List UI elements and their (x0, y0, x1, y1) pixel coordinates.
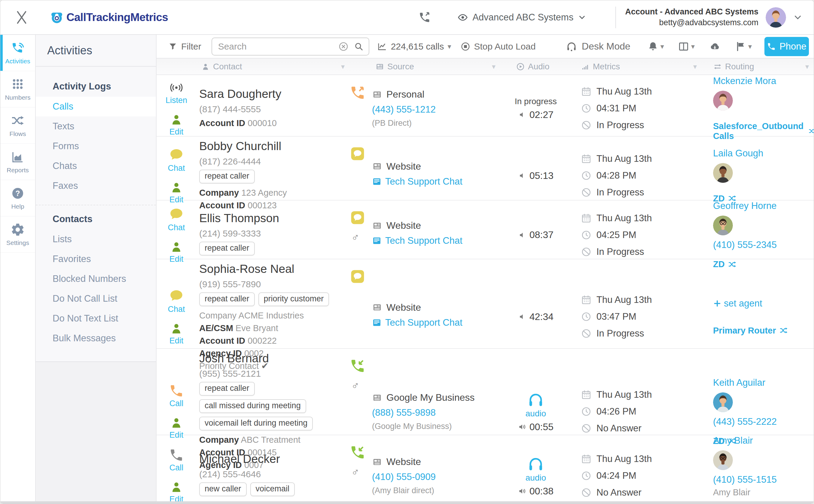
chat-bubble-icon (168, 206, 184, 222)
sidebar-item-lists[interactable]: Lists (36, 229, 156, 249)
nav-item-numbers[interactable]: Numbers (0, 71, 35, 107)
listen-action-button[interactable]: Listen (165, 80, 187, 105)
desk-mode-button[interactable]: Desk Mode (565, 41, 631, 53)
edit-contact-button[interactable]: Edit (169, 180, 183, 204)
agent-link[interactable]: Amy Blair (713, 435, 753, 446)
source-sub-label: (Google My Business) (372, 422, 495, 431)
nav-item-flows[interactable]: Flows (0, 107, 35, 144)
sidebar-item-bulk-messages[interactable]: Bulk Messages (36, 328, 156, 348)
agent-number-link[interactable]: (410) 555-2345 (713, 240, 777, 250)
contact-name[interactable]: Sophia-Rose Neal (199, 262, 344, 276)
contact-name[interactable]: Michael Decker (199, 452, 344, 466)
caret-down-icon: ▾ (447, 42, 451, 51)
app-logo[interactable]: CallTrackingMetrics (50, 10, 168, 25)
sidebar-item-chats[interactable]: Chats (36, 156, 156, 176)
source-number-link[interactable]: (888) 555-9898 (372, 407, 495, 418)
chat-action-button[interactable]: Chat (168, 147, 185, 173)
agent-link[interactable]: Laila Gough (713, 148, 763, 159)
flag-button[interactable]: ▾ (735, 41, 752, 52)
sidebar-item-texts[interactable]: Texts (36, 116, 156, 136)
filter-caret-icon[interactable]: ▾ (492, 62, 495, 71)
route-link[interactable]: ZD (713, 259, 737, 269)
edit-contact-button[interactable]: Edit (169, 240, 183, 264)
edit-contact-button[interactable]: Edit (169, 321, 183, 346)
close-icon[interactable] (14, 9, 30, 26)
user-menu-chevron-icon[interactable] (793, 12, 803, 23)
column-header-metrics[interactable]: Metrics ▾ (572, 62, 701, 71)
stop-auto-load-button[interactable]: Stop Auto Load (460, 41, 536, 52)
agent-link[interactable]: Geoffrey Horne (713, 201, 776, 211)
person-edit-icon (169, 112, 183, 127)
agent-avatar[interactable] (713, 450, 733, 470)
user-avatar[interactable] (766, 7, 786, 28)
source-number-link[interactable]: (410) 555-0909 (372, 472, 495, 482)
agent-avatar[interactable] (713, 91, 733, 110)
contact-name[interactable]: Sara Dougherty (199, 87, 344, 101)
filter-caret-icon[interactable]: ▾ (341, 62, 345, 71)
edit-contact-button[interactable]: Edit (169, 415, 183, 440)
calls-count-dropdown[interactable]: 224,615 calls ▾ (377, 41, 451, 52)
agent-avatar[interactable] (713, 163, 733, 183)
chat-action-button[interactable]: Chat (168, 206, 185, 232)
clear-search-icon[interactable] (338, 41, 349, 52)
source-name: Website (372, 456, 495, 467)
chat-action-button[interactable]: Chat (168, 288, 185, 314)
nav-item-help[interactable]: ? Help (0, 180, 35, 216)
export-button[interactable] (709, 41, 721, 52)
filter-caret-icon[interactable]: ▾ (805, 62, 809, 71)
source-chat-link[interactable]: Tech Support Chat (372, 176, 495, 187)
sidebar-item-favorites[interactable]: Favorites (36, 249, 156, 269)
sidebar-item-do-not-call-list[interactable]: Do Not Call List (36, 289, 156, 309)
agent-avatar[interactable] (713, 392, 733, 412)
sidebar-item-blocked-numbers[interactable]: Blocked Numbers (36, 269, 156, 289)
agent-avatar[interactable] (713, 216, 733, 235)
contact-field: Company ABC Treatment (199, 433, 344, 446)
sidebar-item-calls[interactable]: Calls (36, 97, 156, 116)
route-link[interactable]: Primary Router (713, 326, 788, 336)
call-action-button[interactable]: Call (169, 383, 184, 408)
search-icon[interactable] (354, 41, 364, 52)
notifications-button[interactable]: ▾ (647, 41, 664, 52)
route-link[interactable]: Salesforce_Outbound Calls (713, 121, 814, 141)
column-header-contact[interactable]: Contact ▾ (156, 62, 350, 71)
agent-link[interactable]: Mckenzie Mora (713, 76, 776, 86)
audio-player-button[interactable]: audio (525, 455, 546, 483)
source-number-link[interactable]: (443) 555-1212 (372, 104, 495, 115)
nav-item-activities[interactable]: Activities (0, 35, 35, 71)
column-header-audio[interactable]: Audio (500, 62, 572, 71)
column-header-source[interactable]: Source ▾ (350, 62, 500, 71)
phone-icon (767, 42, 776, 51)
call-action-button[interactable]: Call (169, 448, 184, 472)
contact-name[interactable]: Josh Bernard (199, 352, 344, 365)
agent-number-link[interactable]: (410) 555-1515 (713, 474, 777, 485)
sidebar-item-forms[interactable]: Forms (36, 136, 156, 156)
contact-name[interactable]: Bobby Churchill (199, 140, 344, 153)
bars-icon (581, 62, 590, 71)
columns-button[interactable]: ▾ (678, 41, 695, 52)
contact-phone: (817) 226-4444 (199, 156, 344, 167)
nav-item-settings[interactable]: Settings (0, 216, 35, 253)
call-duration: 05:13 (518, 170, 553, 181)
tag-chip: voicemail (250, 482, 295, 496)
filter-button[interactable]: Filter (168, 41, 201, 52)
audio-player-button[interactable]: audio (525, 391, 546, 418)
sidebar-item-do-not-text-list[interactable]: Do Not Text List (36, 309, 156, 328)
agent-number-link[interactable]: (443) 555-2222 (713, 416, 777, 427)
column-header-routing[interactable]: Routing ▾ (701, 62, 814, 71)
svg-text:?: ? (15, 189, 20, 198)
search-input[interactable] (212, 41, 338, 52)
phone-button[interactable]: Phone (764, 37, 809, 56)
edit-contact-button[interactable]: Edit (169, 112, 183, 137)
account-switcher[interactable]: Advanced ABC Systems (457, 12, 586, 23)
agent-link[interactable]: Keith Aguilar (713, 377, 765, 388)
table-row: Chat Edit Bobby Churchill (817) 226-4444… (156, 137, 814, 201)
sidebar-item-faxes[interactable]: Faxes (36, 176, 156, 196)
source-chat-link[interactable]: Tech Support Chat (372, 317, 495, 328)
set-agent-link[interactable]: set agent (713, 298, 762, 309)
nav-item-reports[interactable]: Reports (0, 144, 35, 180)
source-chat-link[interactable]: Tech Support Chat (372, 235, 495, 246)
contact-name[interactable]: Ellis Thompson (199, 212, 344, 225)
filter-caret-icon[interactable]: ▾ (693, 62, 697, 71)
edit-contact-button[interactable]: Edit (169, 480, 183, 504)
softphone-transfer-icon[interactable] (418, 11, 431, 24)
